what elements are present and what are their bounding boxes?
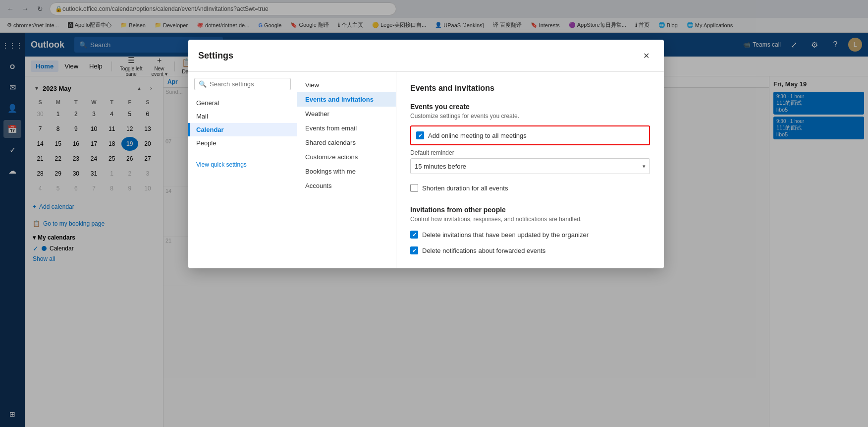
default-reminder-select[interactable]: 15 minutes before ▾ [410,158,650,174]
mini-cal-day[interactable]: 8 [104,182,120,195]
address-bar[interactable]: 🔒 outlook.office.com/calendar/options/ca… [50,2,396,15]
event-item-2[interactable]: 9:30 · 1 hour 111的面试 libo5 [773,117,864,139]
calendar-nav-icon[interactable]: 📅 [3,120,21,138]
avatar-icon[interactable]: L [848,38,862,52]
mini-cal-day[interactable]: 10 [85,122,102,136]
booking-page-action[interactable]: 📋 Go to my booking page [31,217,157,230]
mini-cal-day[interactable]: 7 [32,122,49,136]
forward-button[interactable]: → [19,2,32,15]
subnav-shared-calendars[interactable]: Shared calendars [297,135,396,150]
show-all-link[interactable]: Show all [31,254,157,264]
my-calendars-header[interactable]: ▾ My calendars [31,230,157,243]
bookmark-chrome[interactable]: ⚙chrome://net-inte... [4,21,62,29]
bookmark-blog[interactable]: 🌐Blog [655,21,681,29]
mini-cal-day[interactable]: 2 [121,167,138,181]
mini-cal-day[interactable]: 22 [50,152,66,166]
subnav-weather[interactable]: Weather [297,107,396,121]
back-button[interactable]: ← [4,2,17,15]
mini-cal-day[interactable]: 3 [85,107,102,121]
mini-cal-day[interactable]: 5 [50,182,66,195]
expand-icon[interactable]: ⤢ [786,37,802,53]
mini-cal-day[interactable]: 3 [139,167,156,181]
bookmark-interests[interactable]: 🔖Interests [528,21,563,29]
mini-cal-day[interactable]: 18 [104,137,120,151]
bookmark-lego[interactable]: 🟡Lego-美团接口自... [369,20,429,30]
mini-cal-day[interactable]: 31 [85,167,102,181]
bookmark-google[interactable]: GGoogle [255,21,284,29]
mini-cal-day[interactable]: 13 [139,122,156,136]
settings-search-box[interactable]: 🔍 [194,78,291,90]
apps-icon[interactable]: ⊞ [3,405,21,423]
shorten-duration-checkbox[interactable] [410,184,418,192]
mini-cal-day[interactable]: 21 [32,152,49,166]
delete-updated-checkbox[interactable]: ✓ [410,231,418,239]
settings-nav-people[interactable]: People [188,136,297,150]
refresh-button[interactable]: ↻ [34,2,47,15]
onedrive-icon[interactable]: ☁ [3,162,21,180]
mini-cal-day[interactable]: 2 [67,107,84,121]
event-item-1[interactable]: 9:30 · 1 hour 111的面试 libo5 [773,92,864,115]
subnav-events-invitations[interactable]: Events and invitations [297,92,396,107]
subnav-customize-actions[interactable]: Customize actions [297,150,396,164]
mini-cal-up[interactable]: ▴ [133,82,145,94]
bookmark-appstore[interactable]: 🟣AppStore每日异常... [566,20,629,30]
bookmark-google-translate[interactable]: 🔖Google 翻译 [287,20,332,30]
mini-cal-day[interactable]: 24 [85,152,102,166]
tasks-icon[interactable]: ✓ [3,141,21,159]
mini-cal-prev[interactable]: ▾ [31,82,43,94]
mini-cal-next-month[interactable]: › [145,82,157,94]
settings-icon[interactable]: ⚙ [807,37,822,53]
bookmark-dotnet[interactable]: 🐙dotnet/dotnet-de... [194,21,252,29]
tab-home[interactable]: Home [31,61,58,72]
bookmark-beisen[interactable]: 📁Beisen [117,21,149,29]
mini-cal-day[interactable]: 1 [104,167,120,181]
mini-cal-day[interactable]: 20 [139,137,156,151]
tab-view[interactable]: View [59,61,83,72]
settings-close-button[interactable]: ✕ [638,48,654,63]
mini-cal-day[interactable]: 26 [121,152,138,166]
mini-cal-day[interactable]: 12 [121,122,138,136]
mini-cal-day[interactable]: 6 [139,107,156,121]
subnav-events-from-email[interactable]: Events from email [297,121,396,135]
mini-cal-day[interactable]: 7 [85,182,102,195]
mini-cal-day[interactable]: 25 [104,152,120,166]
mini-cal-day[interactable]: 11 [104,122,120,136]
tab-help[interactable]: Help [84,61,108,72]
mini-cal-day[interactable]: 17 [85,137,102,151]
mini-cal-day[interactable]: 6 [67,182,84,195]
bookmark-baidu[interactable]: 译百度翻译 [490,20,525,30]
mini-cal-day[interactable]: 28 [32,167,49,181]
mini-cal-day[interactable]: 14 [32,137,49,151]
mini-cal-day[interactable]: 1 [50,107,66,121]
calendar-item-main[interactable]: ✓ Calendar [31,243,157,254]
subnav-accounts[interactable]: Accounts [297,179,396,193]
mini-cal-day[interactable]: 27 [139,152,156,166]
bookmark-upaas[interactable]: 👤UPaaS [Jenkins] [432,21,487,29]
app-launcher-button[interactable]: ⋮⋮⋮ [3,37,21,55]
bookmark-myapps[interactable]: 🌐My Applications [684,21,736,29]
mini-cal-day[interactable]: 8 [50,122,66,136]
bookmark-personal[interactable]: ℹ个人主页 [335,20,366,30]
bookmark-homepage[interactable]: ℹ首页 [632,20,652,30]
bookmark-apollo[interactable]: 🅰Apollo配置中心 [65,20,115,30]
mini-cal-day[interactable]: 23 [67,152,84,166]
toggle-left-pane-button[interactable]: ☰ Toggle leftpane [116,54,147,78]
people-icon[interactable]: 👤 [3,99,21,117]
teams-call-button[interactable]: 📹 Teams call [743,41,781,48]
mini-cal-day[interactable]: 30 [32,107,49,121]
settings-nav-mail[interactable]: Mail [188,110,297,123]
mini-cal-day[interactable]: 9 [67,122,84,136]
mini-cal-day[interactable]: 4 [104,107,120,121]
question-icon[interactable]: ? [827,37,843,53]
mini-cal-day[interactable]: 29 [50,167,66,181]
add-calendar-action[interactable]: + Add calendar [31,200,157,213]
mini-cal-day[interactable]: 15 [50,137,66,151]
bookmark-developer[interactable]: 📁Developer [152,21,191,29]
mail-icon[interactable]: ✉ [3,78,21,96]
mini-cal-day[interactable]: 19 [121,137,138,151]
subnav-bookings[interactable]: Bookings with me [297,164,396,179]
new-event-button[interactable]: + Newevent ▾ [147,55,171,78]
settings-search-input[interactable] [210,80,293,88]
settings-nav-general[interactable]: General [188,96,297,110]
mini-cal-day[interactable]: 4 [32,182,49,195]
